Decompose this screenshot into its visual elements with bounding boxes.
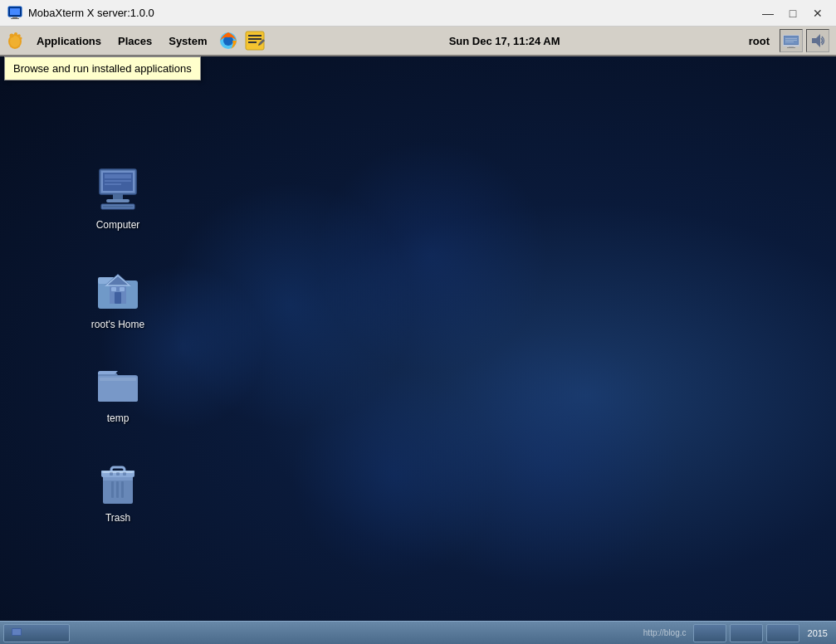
svg-rect-13 <box>248 35 262 37</box>
applications-tooltip: Browse and run installed applications <box>4 56 201 80</box>
applications-label: Applications <box>37 35 101 47</box>
svg-rect-21 <box>785 41 794 42</box>
app-icon <box>7 5 23 22</box>
window-controls: — □ ✕ <box>756 5 829 22</box>
svg-point-6 <box>10 34 14 38</box>
svg-rect-20 <box>785 40 797 41</box>
volume-icon[interactable] <box>806 29 829 52</box>
svg-rect-55 <box>121 481 124 498</box>
svg-rect-58 <box>12 629 21 635</box>
taskbar-item-3[interactable] <box>730 624 763 642</box>
svg-point-8 <box>17 34 21 37</box>
svg-rect-15 <box>248 41 257 43</box>
desktop: Computer root's Home <box>0 56 836 621</box>
maximize-button[interactable]: □ <box>781 5 804 22</box>
taskbar-item-2[interactable] <box>693 624 726 642</box>
svg-rect-41 <box>120 287 125 291</box>
svg-rect-56 <box>103 471 133 473</box>
window-title: MobaXterm X server:1.0.0 <box>28 7 756 19</box>
text-editor-icon[interactable] <box>243 29 266 52</box>
svg-rect-28 <box>105 174 131 178</box>
roots-home-icon-image <box>93 264 143 314</box>
places-label: Places <box>118 35 152 47</box>
system-tray <box>780 29 833 52</box>
minimize-button[interactable]: — <box>756 5 780 22</box>
svg-rect-40 <box>111 287 116 291</box>
gnome-foot-icon[interactable] <box>3 29 27 52</box>
svg-rect-22 <box>789 46 794 47</box>
firefox-icon[interactable] <box>217 29 240 52</box>
svg-rect-39 <box>115 292 121 304</box>
svg-rect-19 <box>785 38 797 39</box>
svg-rect-3 <box>11 18 19 19</box>
svg-rect-54 <box>116 481 119 498</box>
trash-label: Trash <box>102 510 134 525</box>
network-icon[interactable] <box>780 29 803 52</box>
computer-icon[interactable]: Computer <box>81 164 155 232</box>
svg-rect-23 <box>787 47 795 48</box>
applications-menu[interactable]: Applications <box>30 32 108 50</box>
taskbar-item-4[interactable] <box>766 624 799 642</box>
computer-icon-image <box>93 164 143 214</box>
temp-folder-icon[interactable]: temp <box>81 358 155 426</box>
temp-folder-icon-image <box>93 358 143 407</box>
svg-rect-2 <box>12 17 17 18</box>
svg-rect-12 <box>246 32 264 50</box>
places-menu[interactable]: Places <box>111 32 159 50</box>
svg-rect-34 <box>103 206 133 207</box>
svg-point-9 <box>20 37 22 40</box>
title-bar: MobaXterm X server:1.0.0 — □ ✕ <box>0 0 836 27</box>
svg-rect-1 <box>10 8 20 15</box>
system-menu[interactable]: System <box>162 32 213 50</box>
roots-home-label: root's Home <box>88 317 148 332</box>
taskbar: http://blog.c 2015 <box>0 621 836 644</box>
taskbar-item[interactable] <box>3 624 70 642</box>
svg-rect-30 <box>105 183 121 185</box>
computer-label: Computer <box>93 217 144 232</box>
menu-bar: Applications Places System Sun Dec 17, 1… <box>0 27 836 56</box>
taskbar-url: http://blog.c <box>73 628 690 637</box>
roots-home-icon[interactable]: root's Home <box>81 264 155 332</box>
svg-rect-53 <box>111 481 114 498</box>
trash-icon[interactable]: Trash <box>81 457 155 525</box>
user-label: root <box>742 35 776 47</box>
svg-rect-32 <box>106 199 130 202</box>
svg-rect-29 <box>105 180 131 182</box>
system-clock: Sun Dec 17, 11:24 AM <box>270 35 738 47</box>
svg-marker-24 <box>812 34 820 47</box>
system-label: System <box>169 35 207 47</box>
taskbar-clock: 2015 <box>803 628 833 638</box>
svg-rect-31 <box>113 194 123 199</box>
trash-icon-image <box>93 457 143 507</box>
svg-point-7 <box>14 32 17 36</box>
close-button[interactable]: ✕ <box>806 5 829 22</box>
svg-rect-14 <box>248 38 262 40</box>
temp-label: temp <box>104 411 133 426</box>
svg-rect-44 <box>100 378 136 381</box>
